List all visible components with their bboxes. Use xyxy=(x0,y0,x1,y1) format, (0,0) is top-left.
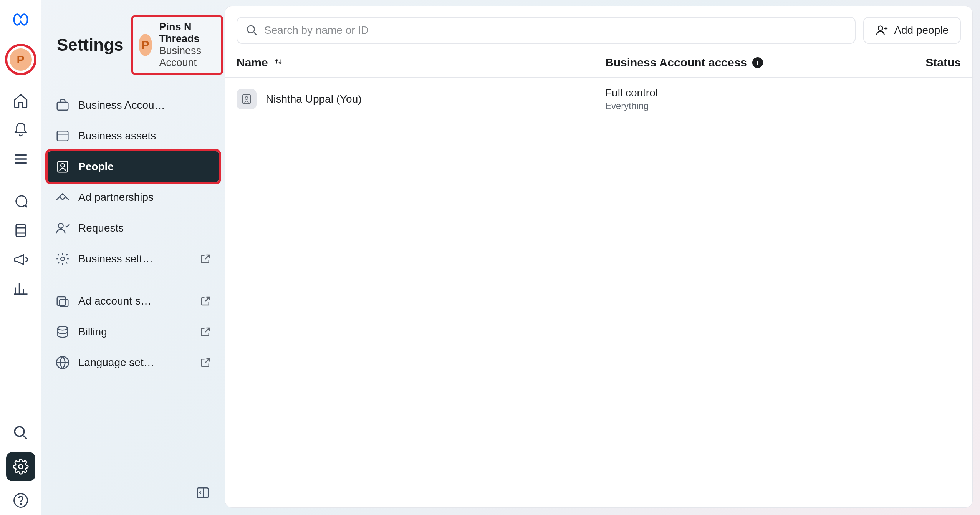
search-input[interactable] xyxy=(264,24,846,36)
svg-rect-5 xyxy=(57,102,68,110)
svg-point-16 xyxy=(247,26,255,33)
help-icon[interactable] xyxy=(12,491,30,510)
info-icon[interactable]: i xyxy=(752,57,763,68)
account-avatar-initial: P xyxy=(139,34,152,56)
sidebar-item-business-assets[interactable]: Business assets xyxy=(48,121,219,151)
table-row[interactable]: Nishtha Uppal (You) Full control Everyth… xyxy=(225,78,972,121)
sidebar-label: Requests xyxy=(78,222,211,234)
svg-rect-6 xyxy=(57,131,68,141)
chat-icon[interactable] xyxy=(12,192,30,210)
account-avatar-initial: P xyxy=(10,48,32,71)
add-people-label: Add people xyxy=(894,24,949,36)
sidebar-label: Language set… xyxy=(78,356,191,369)
svg-point-1 xyxy=(15,427,24,436)
add-person-icon xyxy=(876,24,889,37)
account-selector[interactable]: P Pins N Threads Business Account xyxy=(131,15,223,75)
svg-point-9 xyxy=(58,223,63,228)
svg-point-13 xyxy=(58,326,67,330)
sidebar-label: Business sett… xyxy=(78,253,191,265)
sidebar-item-business-settings[interactable]: Business sett… xyxy=(48,243,219,274)
pages-icon[interactable] xyxy=(12,221,30,240)
account-type: Business Account xyxy=(159,45,210,69)
svg-rect-0 xyxy=(16,224,25,237)
page-title: Settings xyxy=(57,35,124,55)
meta-logo xyxy=(8,7,33,32)
megaphone-icon[interactable] xyxy=(12,250,30,269)
sidebar-item-requests[interactable]: Requests xyxy=(48,213,219,243)
svg-point-4 xyxy=(20,503,21,505)
bell-icon[interactable] xyxy=(12,121,30,139)
add-people-button[interactable]: Add people xyxy=(863,17,961,44)
access-detail: Everything xyxy=(605,101,658,111)
sidebar-label: Ad account s… xyxy=(78,295,191,307)
svg-point-10 xyxy=(61,257,65,261)
sidebar-item-billing[interactable]: Billing xyxy=(48,316,219,347)
chart-icon[interactable] xyxy=(12,280,30,298)
sidebar-label: Business Accou… xyxy=(78,99,211,111)
search-input-wrapper[interactable] xyxy=(237,17,856,44)
svg-rect-18 xyxy=(243,95,250,104)
svg-point-17 xyxy=(878,26,882,30)
table-header: Name Business Account access i Status xyxy=(225,48,972,78)
settings-icon[interactable] xyxy=(6,452,35,481)
settings-sidebar: Settings P Pins N Threads Business Accou… xyxy=(41,0,225,515)
account-avatar-button[interactable]: P xyxy=(5,44,36,75)
column-status: Status xyxy=(925,56,961,69)
sidebar-item-business-account[interactable]: Business Accou… xyxy=(48,90,219,121)
sidebar-label: Business assets xyxy=(78,130,211,142)
column-name[interactable]: Name xyxy=(237,56,268,69)
rail-divider xyxy=(9,180,32,180)
person-name: Nishtha Uppal (You) xyxy=(266,93,362,105)
svg-rect-7 xyxy=(58,161,67,172)
collapse-sidebar-button[interactable] xyxy=(194,484,211,501)
sidebar-item-people[interactable]: People xyxy=(48,151,219,182)
svg-rect-11 xyxy=(57,297,66,305)
search-icon xyxy=(246,24,258,36)
main-panel: Add people Name Business Account access … xyxy=(225,6,972,507)
sidebar-item-ad-account-settings[interactable]: Ad account s… xyxy=(48,286,219,316)
access-level: Full control xyxy=(605,87,658,99)
person-avatar-icon xyxy=(237,89,257,109)
svg-point-8 xyxy=(61,164,65,167)
external-link-icon xyxy=(200,253,211,265)
svg-rect-15 xyxy=(197,488,209,497)
sidebar-item-language-settings[interactable]: Language set… xyxy=(48,347,219,378)
sidebar-label: People xyxy=(78,161,211,173)
left-rail: P xyxy=(0,0,41,515)
svg-point-2 xyxy=(18,465,23,469)
external-link-icon xyxy=(200,326,211,338)
search-icon[interactable] xyxy=(12,424,30,442)
sidebar-label: Ad partnerships xyxy=(78,191,211,204)
sort-icon[interactable] xyxy=(273,56,283,69)
column-access: Business Account access xyxy=(605,56,747,69)
sidebar-label: Billing xyxy=(78,326,191,338)
account-name: Pins N Threads xyxy=(159,21,210,45)
external-link-icon xyxy=(200,295,211,307)
external-link-icon xyxy=(200,357,211,368)
sidebar-item-ad-partnerships[interactable]: Ad partnerships xyxy=(48,182,219,213)
home-icon[interactable] xyxy=(12,91,30,110)
menu-icon[interactable] xyxy=(12,150,30,168)
svg-point-19 xyxy=(245,97,248,100)
